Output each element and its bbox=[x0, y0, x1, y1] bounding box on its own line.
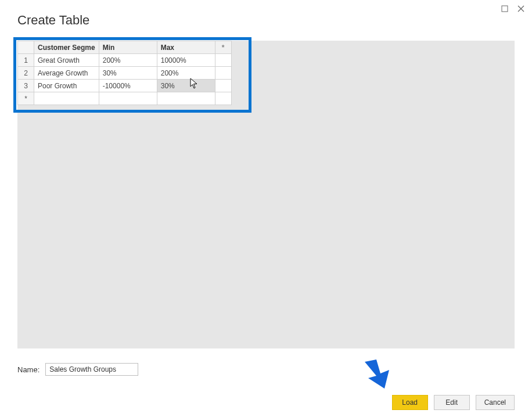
grid-row[interactable]: 3 Poor Growth -10000% 30% bbox=[18, 80, 232, 92]
cancel-button[interactable]: Cancel bbox=[476, 395, 515, 410]
close-icon[interactable] bbox=[517, 5, 525, 13]
cell-empty[interactable] bbox=[215, 67, 231, 80]
data-grid[interactable]: Customer Segme Min Max * 1 Great Growth … bbox=[17, 41, 232, 105]
cell-min[interactable] bbox=[99, 92, 157, 105]
cell-empty[interactable] bbox=[215, 80, 231, 92]
annotation-arrow-icon bbox=[360, 357, 395, 389]
col-header-segment[interactable]: Customer Segme bbox=[34, 41, 99, 54]
cell-min[interactable]: 30% bbox=[99, 67, 157, 80]
cell-segment[interactable]: Poor Growth bbox=[34, 80, 99, 92]
name-row: Name: bbox=[17, 363, 138, 376]
col-header-max[interactable]: Max bbox=[157, 41, 215, 54]
editor-area: Customer Segme Min Max * 1 Great Growth … bbox=[17, 41, 515, 348]
grid-header-row: Customer Segme Min Max * bbox=[18, 41, 232, 54]
grid-row[interactable]: 1 Great Growth 200% 10000% bbox=[18, 54, 232, 67]
cell-segment[interactable]: Average Growth bbox=[34, 67, 99, 80]
cell-max[interactable]: 10000% bbox=[157, 54, 215, 67]
row-number: 2 bbox=[18, 67, 34, 80]
col-header-add[interactable]: * bbox=[215, 41, 231, 54]
svg-rect-0 bbox=[502, 6, 508, 12]
cell-empty[interactable] bbox=[215, 92, 231, 105]
dialog-buttons: Load Edit Cancel bbox=[392, 395, 515, 410]
load-button[interactable]: Load bbox=[392, 395, 428, 410]
row-number: 3 bbox=[18, 80, 34, 92]
cell-max[interactable]: 200% bbox=[157, 67, 215, 80]
grid-corner bbox=[18, 41, 34, 54]
name-label: Name: bbox=[17, 365, 39, 374]
col-header-min[interactable]: Min bbox=[99, 41, 157, 54]
cell-segment[interactable] bbox=[34, 92, 99, 105]
cell-min[interactable]: -10000% bbox=[99, 80, 157, 92]
grid-new-row[interactable]: * bbox=[18, 92, 232, 105]
window-controls bbox=[501, 5, 525, 13]
cell-empty[interactable] bbox=[215, 54, 231, 67]
maximize-icon[interactable] bbox=[501, 5, 509, 13]
svg-marker-3 bbox=[365, 360, 389, 389]
dialog-title: Create Table bbox=[17, 13, 89, 28]
row-number-new: * bbox=[18, 92, 34, 105]
cell-max[interactable] bbox=[157, 92, 215, 105]
cell-segment[interactable]: Great Growth bbox=[34, 54, 99, 67]
cell-max[interactable]: 30% bbox=[157, 80, 215, 92]
edit-button[interactable]: Edit bbox=[434, 395, 470, 410]
grid-row[interactable]: 2 Average Growth 30% 200% bbox=[18, 67, 232, 80]
name-input[interactable] bbox=[45, 363, 138, 376]
row-number: 1 bbox=[18, 54, 34, 67]
cell-min[interactable]: 200% bbox=[99, 54, 157, 67]
